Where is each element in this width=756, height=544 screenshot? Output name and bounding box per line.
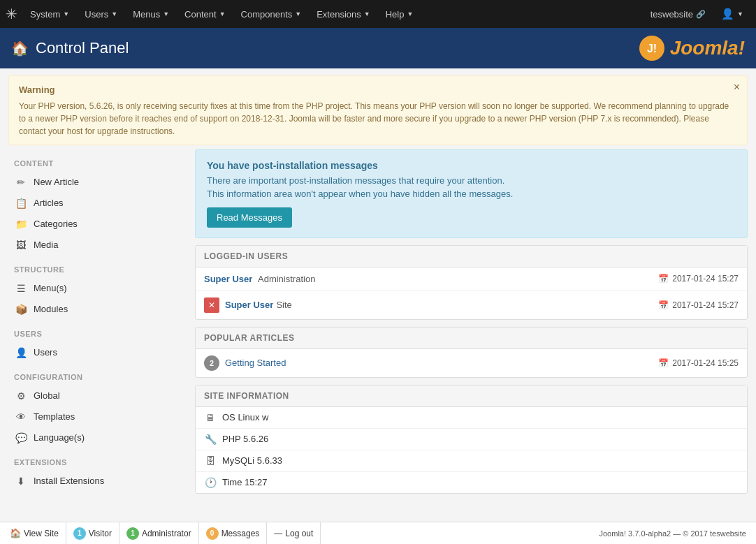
list-item: 🔧 PHP 5.6.26: [196, 429, 747, 450]
popular-articles-section: POPULAR ARTICLES 2 Getting Started 📅 201…: [195, 327, 748, 378]
warning-message: Your PHP version, 5.6.26, is only receiv…: [19, 100, 737, 138]
gear-icon: ⚙: [14, 390, 28, 402]
chevron-down-icon: ▼: [163, 10, 169, 17]
nav-menus[interactable]: Menus ▼: [126, 0, 176, 28]
categories-icon: 📁: [14, 219, 28, 230]
site-information-header: SITE INFORMATION: [196, 385, 747, 407]
php-info: PHP 5.6.26: [222, 434, 268, 444]
sidebar-item-modules[interactable]: 📦 Modules: [8, 299, 187, 320]
logged-in-users-section: LOGGED-IN USERS Super User Administratio…: [195, 245, 748, 320]
nav-help[interactable]: Help ▼: [379, 0, 421, 28]
sidebar-section-users: USERS: [8, 320, 187, 342]
article-link[interactable]: Getting Started: [225, 358, 286, 368]
logout-badge[interactable]: ✕: [204, 297, 219, 313]
calendar-icon: 📅: [658, 358, 669, 368]
site-information-section: SITE INFORMATION 🖥 OS Linux w 🔧 PHP 5.6.…: [195, 385, 748, 494]
sidebar-item-articles[interactable]: 📋 Articles: [8, 193, 187, 214]
user-date-admin: 📅 2017-01-24 15:27: [658, 274, 739, 284]
post-install-title: You have post-installation messages: [207, 160, 736, 171]
languages-icon: 💬: [14, 432, 28, 443]
popular-articles-header: POPULAR ARTICLES: [196, 328, 747, 349]
monitor-icon: 🖥: [204, 412, 217, 423]
home-icon: 🏠: [11, 40, 29, 57]
list-item: 🖥 OS Linux w: [196, 407, 747, 429]
os-info: OS Linux w: [222, 412, 268, 422]
brand-text: Joomla!: [670, 37, 745, 59]
page-title: Control Panel: [36, 39, 638, 57]
nav-users[interactable]: Users ▼: [78, 0, 124, 28]
sidebar-item-new-article[interactable]: ✏ New Article: [8, 172, 187, 193]
svg-text:J!: J!: [647, 43, 657, 54]
user-date-site: 📅 2017-01-24 15:27: [658, 300, 739, 310]
chevron-down-icon: ▼: [295, 10, 301, 17]
warning-title: Warning: [19, 83, 737, 97]
header-bar: 🏠 Control Panel J! Joomla!: [0, 28, 756, 68]
articles-icon: 📋: [14, 198, 28, 209]
chevron-down-icon: ▼: [219, 10, 226, 17]
article-rank-badge: 2: [204, 355, 219, 371]
sidebar-item-templates[interactable]: 👁 Templates: [8, 406, 187, 427]
logged-in-users-header: LOGGED-IN USERS: [196, 246, 747, 267]
list-item: 🗄 MySQLi 5.6.33: [196, 450, 747, 472]
post-install-box: You have post-installation messages Ther…: [195, 149, 748, 238]
joomla-brand: J! Joomla!: [638, 34, 745, 62]
database-icon: 🗄: [204, 455, 217, 466]
sidebar-item-menus[interactable]: ☰ Menu(s): [8, 278, 187, 299]
time-info: Time 15:27: [222, 477, 268, 487]
sidebar-section-extensions: EXTENSIONS: [8, 448, 187, 471]
post-install-line1: There are important post-installation me…: [207, 175, 736, 186]
warning-banner: Warning Your PHP version, 5.6.26, is onl…: [8, 75, 748, 145]
nav-system[interactable]: System ▼: [23, 0, 76, 28]
article-date: 📅 2017-01-24 15:25: [658, 358, 739, 368]
sidebar-section-content: CONTENT: [8, 149, 187, 172]
user-role-admin: Administration: [258, 274, 315, 284]
menus-icon: ☰: [14, 283, 28, 294]
main-layout: CONTENT ✏ New Article 📋 Articles 📁 Categ…: [8, 149, 748, 501]
user-link-admin[interactable]: Super User: [204, 274, 252, 284]
sidebar-item-users[interactable]: 👤 Users: [8, 342, 187, 363]
nav-extensions[interactable]: Extensions ▼: [310, 0, 377, 28]
install-icon: ⬇: [14, 476, 28, 487]
chevron-down-icon: ▼: [407, 10, 413, 17]
list-item: 🕐 Time 15:27: [196, 472, 747, 493]
nav-content[interactable]: Content ▼: [177, 0, 232, 28]
calendar-icon: 📅: [658, 274, 669, 284]
nav-components[interactable]: Components ▼: [234, 0, 309, 28]
post-install-line2: This information area won't appear when …: [207, 189, 736, 199]
edit-icon: ✏: [14, 177, 28, 188]
user-link-site[interactable]: Super User: [225, 300, 273, 310]
sidebar: CONTENT ✏ New Article 📋 Articles 📁 Categ…: [8, 149, 187, 501]
sidebar-item-global[interactable]: ⚙ Global: [8, 385, 187, 406]
sidebar-item-languages[interactable]: 💬 Language(s): [8, 427, 187, 448]
clock-icon: 🕐: [204, 477, 217, 488]
templates-icon: 👁: [14, 411, 28, 422]
table-row: Super User Administration 📅 2017-01-24 1…: [196, 267, 747, 291]
user-menu[interactable]: 👤 ▼: [714, 0, 750, 28]
php-icon: 🔧: [204, 434, 217, 445]
external-link-icon: 🔗: [696, 10, 706, 19]
sidebar-item-categories[interactable]: 📁 Categories: [8, 214, 187, 235]
sidebar-item-install-extensions[interactable]: ⬇ Install Extensions: [8, 471, 187, 492]
user-icon: 👤: [721, 8, 734, 20]
site-link[interactable]: teswebsite 🔗: [644, 0, 713, 28]
joomla-logo-icon: J!: [638, 34, 666, 62]
sidebar-section-structure: STRUCTURE: [8, 256, 187, 278]
chevron-down-icon: ▼: [111, 10, 117, 17]
mysql-info: MySQLi 5.6.33: [222, 455, 282, 466]
top-navbar: ✳ System ▼ Users ▼ Menus ▼ Content ▼ Com…: [0, 0, 756, 28]
main-content: You have post-installation messages Ther…: [195, 149, 748, 501]
sidebar-section-configuration: CONFIGURATION: [8, 363, 187, 385]
user-role-site: Site: [276, 300, 291, 310]
calendar-icon: 📅: [658, 300, 669, 310]
table-row: 2 Getting Started 📅 2017-01-24 15:25: [196, 349, 747, 377]
warning-close-button[interactable]: ×: [734, 82, 740, 93]
sidebar-item-media[interactable]: 🖼 Media: [8, 235, 187, 256]
users-icon: 👤: [14, 347, 28, 358]
joomla-nav-logo: ✳: [6, 6, 17, 22]
chevron-down-icon: ▼: [364, 10, 370, 17]
read-messages-button[interactable]: Read Messages: [207, 207, 292, 228]
chevron-down-icon: ▼: [737, 10, 743, 17]
media-icon: 🖼: [14, 240, 28, 251]
chevron-down-icon: ▼: [63, 10, 69, 17]
modules-icon: 📦: [14, 304, 28, 315]
